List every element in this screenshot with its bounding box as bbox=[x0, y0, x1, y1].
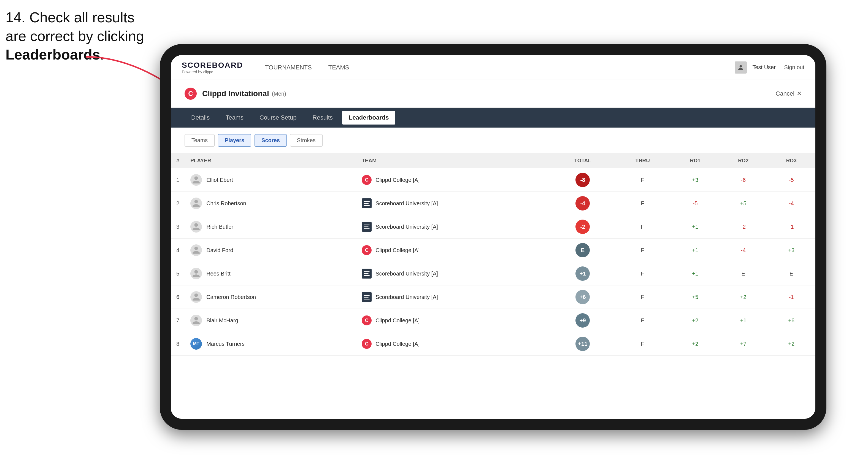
cell-rd1: +1 bbox=[671, 215, 719, 239]
filter-strokes-button[interactable]: Strokes bbox=[290, 134, 322, 147]
tab-leaderboards[interactable]: Leaderboards bbox=[342, 111, 396, 125]
nav-tournaments[interactable]: TOURNAMENTS bbox=[265, 63, 312, 72]
nav-right: Test User | Sign out bbox=[735, 61, 804, 73]
score-badge: E bbox=[576, 243, 590, 257]
team-logo-scoreboard bbox=[362, 269, 372, 279]
cell-thru: F bbox=[614, 239, 671, 262]
team-logo-clippd: C bbox=[362, 175, 372, 185]
cell-player: Rees Britt bbox=[185, 262, 356, 285]
filter-scores-button[interactable]: Scores bbox=[254, 134, 287, 147]
player-avatar bbox=[190, 174, 202, 186]
cancel-button[interactable]: Cancel ✕ bbox=[776, 90, 802, 97]
score-badge: -4 bbox=[576, 196, 590, 211]
logo-area: SCOREBOARD Powered by clippd bbox=[182, 61, 243, 74]
sub-nav: Details Teams Course Setup Results Leade… bbox=[171, 108, 815, 128]
team-logo-clippd: C bbox=[362, 245, 372, 255]
cell-rank: 5 bbox=[171, 262, 185, 285]
cell-team: Scoreboard University [A] bbox=[356, 262, 552, 285]
team-logo-clippd: C bbox=[362, 339, 372, 349]
tablet-frame: SCOREBOARD Powered by clippd TOURNAMENTS… bbox=[160, 44, 827, 430]
cell-total: -4 bbox=[552, 192, 614, 215]
team-logo-clippd: C bbox=[362, 315, 372, 325]
cell-rank: 6 bbox=[171, 285, 185, 309]
cell-thru: F bbox=[614, 192, 671, 215]
logo-text: SCOREBOARD bbox=[182, 61, 243, 70]
tab-course-setup[interactable]: Course Setup bbox=[253, 111, 303, 125]
team-logo-scoreboard bbox=[362, 198, 372, 208]
col-team: TEAM bbox=[356, 153, 552, 168]
cell-rd2: -4 bbox=[719, 239, 768, 262]
cancel-x-icon: ✕ bbox=[797, 90, 802, 97]
cell-rd2: E bbox=[719, 262, 768, 285]
logo-sub: Powered by clippd bbox=[182, 70, 213, 74]
table-header: # PLAYER TEAM TOTAL THRU RD1 RD2 RD3 bbox=[171, 153, 815, 168]
instruction-text: 14. Check all results are correct by cli… bbox=[5, 8, 144, 64]
cell-rank: 3 bbox=[171, 215, 185, 239]
table-row: 4 David Ford C Clippd College [A] E F +1… bbox=[171, 239, 815, 262]
team-name: Clippd College [A] bbox=[375, 177, 420, 183]
tournament-logo: C bbox=[185, 88, 197, 100]
cell-rd1: -5 bbox=[671, 192, 719, 215]
content-area: C Clippd Invitational (Men) Cancel ✕ Det… bbox=[171, 80, 815, 419]
cell-rank: 8 bbox=[171, 332, 185, 356]
col-total: TOTAL bbox=[552, 153, 614, 168]
filter-row: Teams Players Scores Strokes bbox=[171, 128, 815, 153]
player-avatar bbox=[190, 315, 202, 326]
tournament-badge: (Men) bbox=[272, 91, 286, 97]
table-row: 8 MT Marcus Turners C Clippd College [A]… bbox=[171, 332, 815, 356]
col-rd3: RD3 bbox=[767, 153, 815, 168]
cell-player: Blair McHarg bbox=[185, 309, 356, 332]
sign-out-link[interactable]: Sign out bbox=[784, 64, 804, 70]
cell-total: -8 bbox=[552, 168, 614, 192]
leaderboard-table: # PLAYER TEAM TOTAL THRU RD1 RD2 RD3 1 bbox=[171, 153, 815, 419]
player-avatar bbox=[190, 221, 202, 232]
table-row: 7 Blair McHarg C Clippd College [A] +9 F… bbox=[171, 309, 815, 332]
cell-rd3: +6 bbox=[767, 309, 815, 332]
col-rd1: RD1 bbox=[671, 153, 719, 168]
cell-thru: F bbox=[614, 309, 671, 332]
cell-rd2: +5 bbox=[719, 192, 768, 215]
score-badge: -8 bbox=[576, 173, 590, 187]
team-name: Scoreboard University [A] bbox=[375, 271, 438, 277]
cell-thru: F bbox=[614, 332, 671, 356]
cell-team: C Clippd College [A] bbox=[356, 309, 552, 332]
tab-results[interactable]: Results bbox=[306, 111, 339, 125]
cell-rd3: -4 bbox=[767, 192, 815, 215]
team-name: Scoreboard University [A] bbox=[375, 294, 438, 300]
cell-rd1: +1 bbox=[671, 239, 719, 262]
team-name: Clippd College [A] bbox=[375, 247, 420, 253]
cell-rd3: +2 bbox=[767, 332, 815, 356]
tournament-header: C Clippd Invitational (Men) Cancel ✕ bbox=[171, 80, 815, 108]
cell-rd2: +2 bbox=[719, 285, 768, 309]
cell-player: Chris Robertson bbox=[185, 192, 356, 215]
filter-teams-button[interactable]: Teams bbox=[185, 134, 215, 147]
nav-teams[interactable]: TEAMS bbox=[328, 63, 349, 72]
cell-rd1: +3 bbox=[671, 168, 719, 192]
cell-total: +11 bbox=[552, 332, 614, 356]
table-row: 6 Cameron Robertson Scoreboard Universit… bbox=[171, 285, 815, 309]
tab-teams[interactable]: Teams bbox=[219, 111, 250, 125]
col-player: PLAYER bbox=[185, 153, 356, 168]
team-name: Scoreboard University [A] bbox=[375, 200, 438, 207]
player-name: Blair McHarg bbox=[206, 317, 238, 324]
cell-thru: F bbox=[614, 215, 671, 239]
filter-players-button[interactable]: Players bbox=[218, 134, 251, 147]
table-row: 3 Rich Butler Scoreboard University [A] … bbox=[171, 215, 815, 239]
cell-rd1: +1 bbox=[671, 262, 719, 285]
col-rd2: RD2 bbox=[719, 153, 768, 168]
cell-rank: 7 bbox=[171, 309, 185, 332]
cell-thru: F bbox=[614, 262, 671, 285]
tab-details[interactable]: Details bbox=[185, 111, 216, 125]
tournament-name: Clippd Invitational bbox=[202, 89, 269, 98]
user-name: Test User | bbox=[752, 64, 778, 70]
cell-player: Elliot Ebert bbox=[185, 168, 356, 192]
table-row: 2 Chris Robertson Scoreboard University … bbox=[171, 192, 815, 215]
player-name: Marcus Turners bbox=[206, 341, 245, 347]
cell-rank: 1 bbox=[171, 168, 185, 192]
team-logo-scoreboard bbox=[362, 292, 372, 302]
cell-thru: F bbox=[614, 168, 671, 192]
cell-team: Scoreboard University [A] bbox=[356, 215, 552, 239]
cell-rd2: -2 bbox=[719, 215, 768, 239]
player-avatar bbox=[190, 197, 202, 209]
cell-rd2: -6 bbox=[719, 168, 768, 192]
